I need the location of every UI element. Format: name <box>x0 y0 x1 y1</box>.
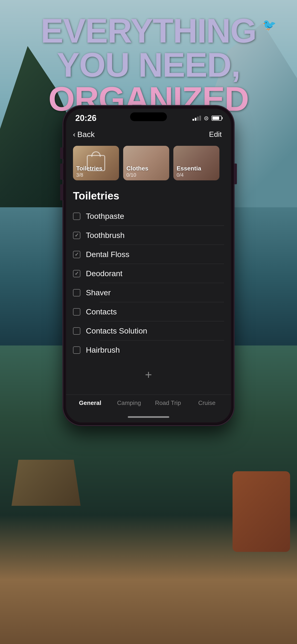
section-title: Toiletries <box>73 190 224 202</box>
tab-general[interactable]: General <box>71 400 110 406</box>
checklist-item-shaver[interactable]: Shaver <box>73 283 224 302</box>
item-label-contacts-solution: Contacts Solution <box>86 326 147 335</box>
volume-down-button <box>60 184 63 200</box>
checklist-item-hairbrush[interactable]: Hairbrush <box>73 340 224 360</box>
category-card-clothes[interactable]: Clothes 0/10 <box>123 146 169 180</box>
item-label-toothbrush: Toothbrush <box>86 231 124 240</box>
status-bar: 20:26 ⊜ <box>66 109 231 125</box>
category-essentials-count: 0/4 <box>176 172 201 178</box>
phone-screen: 20:26 ⊜ ‹ Back Ed <box>66 109 231 422</box>
status-time: 20:26 <box>75 113 96 123</box>
plus-icon: + <box>145 369 152 381</box>
checkbox-deodorant[interactable] <box>73 270 80 277</box>
category-clothes-name: Clothes <box>126 165 148 172</box>
side-buttons-left <box>60 148 63 200</box>
add-item-button[interactable]: + <box>73 362 224 388</box>
item-label-deodorant: Deodorant <box>86 269 122 278</box>
tab-camping[interactable]: Camping <box>110 400 148 406</box>
volume-up-button <box>60 164 63 180</box>
status-icons: ⊜ <box>192 115 222 122</box>
suitcase <box>232 471 290 552</box>
tab-cruise[interactable]: Cruise <box>188 400 226 406</box>
checklist-item-toothbrush[interactable]: Toothbrush <box>73 226 224 245</box>
tab-road-trip[interactable]: Road Trip <box>148 400 188 406</box>
hero-line2: YOU NEED, <box>9 48 288 82</box>
checklist-item-deodorant[interactable]: Deodorant <box>73 264 224 283</box>
signal-icon <box>192 116 201 121</box>
checklist: ToothpasteToothbrushDental FlossDeodoran… <box>73 206 224 360</box>
checkbox-shaver[interactable] <box>73 289 80 296</box>
category-clothes-count: 0/10 <box>126 172 148 178</box>
mute-button <box>60 148 63 159</box>
item-label-dental-floss: Dental Floss <box>86 250 130 259</box>
checkbox-contacts[interactable] <box>73 308 80 316</box>
category-card-toiletries[interactable]: Toiletries 3/8 <box>73 146 119 180</box>
phone-frame: 20:26 ⊜ ‹ Back Ed <box>63 106 234 425</box>
hero-section: EVERYTHING YOU NEED, ORGANIZED <box>0 14 297 116</box>
item-label-contacts: Contacts <box>86 307 117 316</box>
checklist-item-contacts-solution[interactable]: Contacts Solution <box>73 321 224 340</box>
hero-line1: EVERYTHING <box>9 14 288 48</box>
item-label-hairbrush: Hairbrush <box>86 346 120 354</box>
checklist-item-dental-floss[interactable]: Dental Floss <box>73 245 224 264</box>
item-label-shaver: Shaver <box>86 288 111 297</box>
checkbox-toothpaste[interactable] <box>73 212 80 220</box>
category-toiletries-name: Toiletries <box>76 165 102 172</box>
checkbox-hairbrush[interactable] <box>73 346 80 354</box>
checkbox-dental-floss[interactable] <box>73 251 80 258</box>
back-chevron-icon: ‹ <box>73 130 76 139</box>
checklist-item-contacts[interactable]: Contacts <box>73 302 224 321</box>
checkbox-contacts-solution[interactable] <box>73 327 80 335</box>
main-content: Toiletries ToothpasteToothbrushDental Fl… <box>66 185 231 394</box>
back-button[interactable]: Back <box>77 130 95 139</box>
navigation-bar: ‹ Back Edit <box>66 125 231 141</box>
edit-button[interactable]: Edit <box>209 130 222 139</box>
checklist-item-toothpaste[interactable]: Toothpaste <box>73 206 224 226</box>
power-button <box>234 164 237 184</box>
category-card-essentials[interactable]: Essentia 0/4 <box>173 146 220 180</box>
phone-device: 20:26 ⊜ ‹ Back Ed <box>63 106 234 425</box>
category-essentials-name: Essentia <box>176 165 201 172</box>
dock <box>12 460 80 506</box>
wifi-icon: ⊜ <box>204 115 209 122</box>
category-toiletries-count: 3/8 <box>76 172 102 178</box>
checkbox-toothbrush[interactable] <box>73 232 80 239</box>
home-indicator <box>66 414 231 422</box>
dynamic-island <box>130 112 167 121</box>
categories-scroll: Toiletries 3/8 Clothes 0/10 Essentia <box>66 141 231 185</box>
tab-bar: GeneralCampingRoad TripCruise <box>66 394 231 414</box>
battery-icon <box>212 116 222 121</box>
item-label-toothpaste: Toothpaste <box>86 212 124 221</box>
